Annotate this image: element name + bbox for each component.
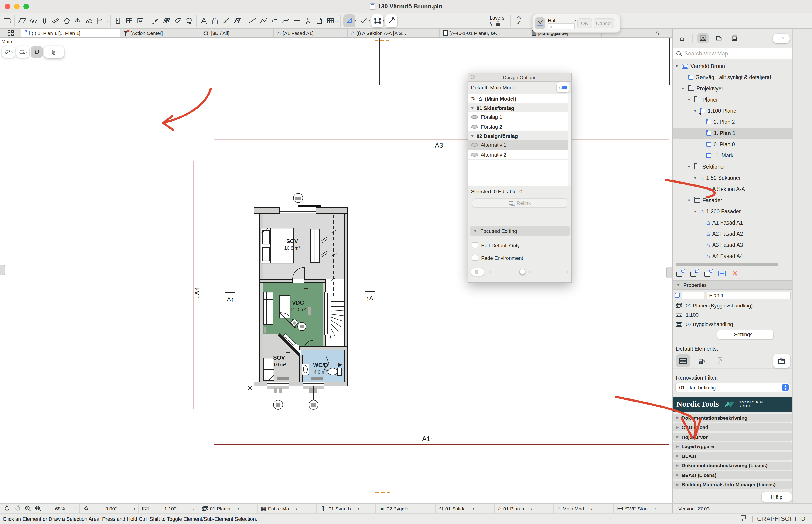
section-arrow-a-left[interactable]: A↑ [227, 296, 234, 303]
design-option-group[interactable]: ▼ 02 Designförslag [468, 132, 571, 140]
shell-tool-icon[interactable] [172, 15, 183, 27]
tree-item-fasader[interactable]: ▾Fasader [673, 195, 793, 206]
undo-icon[interactable]: ↶ [517, 21, 521, 26]
layout-row[interactable]: 02 Bygglovshandling [673, 320, 793, 329]
tab-overview-button[interactable] [0, 29, 21, 37]
chevron-down-icon[interactable]: ▾ [692, 176, 698, 180]
nordictools-item[interactable]: ▶BEAst [673, 452, 792, 460]
design-option-main-model[interactable]: ✎ ⌂ (Main Model) [468, 94, 571, 104]
tree-item-fasad-a4[interactable]: ⌂A4 Fasad A4 [673, 250, 793, 262]
collapsed-palette-handle-left[interactable] [0, 265, 5, 275]
spline-tool-icon[interactable] [280, 15, 291, 27]
text-tool-icon[interactable] [198, 15, 209, 27]
dimension-tool-icon[interactable]: 1.2 [209, 15, 220, 27]
suspend-groups-button[interactable] [535, 17, 545, 29]
tree-item-fasad-a2[interactable]: ⌂A2 Fasad A2 [673, 228, 793, 240]
chevron-down-icon[interactable]: ▾ [686, 97, 692, 102]
snap-check-button[interactable] [357, 14, 370, 27]
zoom-window-button[interactable] [23, 3, 29, 9]
eye-icon[interactable] [471, 143, 478, 147]
fade-color-button[interactable]: › [471, 268, 484, 276]
arc-tool-icon[interactable] [269, 15, 280, 27]
morph-tool-icon[interactable] [183, 15, 194, 27]
tree-item-mark[interactable]: -1. Mark [673, 150, 793, 161]
scale-control[interactable]: 1:100› [139, 504, 198, 513]
nordictools-item[interactable]: ▶Dokumentationsbeskrivning (Licens) [673, 461, 792, 469]
skylight-tool-icon[interactable] [135, 15, 146, 27]
door-tool-icon[interactable] [113, 15, 123, 27]
eye-icon[interactable] [471, 115, 478, 119]
design-option-row-selected[interactable]: Alternativ 1 [468, 140, 571, 150]
renovation-status-control[interactable]: ↻01 Solida...› [435, 504, 494, 513]
triangle-down-icon[interactable]: ▼ [471, 134, 474, 138]
eye-icon[interactable] [471, 153, 478, 157]
pen-set-control[interactable]: 01 Svart h...› [316, 504, 376, 513]
renovation-filter-control[interactable]: ⌂01 Plan b...› [494, 504, 554, 513]
search-input[interactable] [683, 50, 793, 57]
chevron-right-icon[interactable]: › [369, 18, 370, 23]
column-tool-icon[interactable] [39, 15, 50, 27]
half-value-input[interactable] [548, 23, 575, 29]
tree-item-sektioner[interactable]: ▾Sektioner [673, 161, 793, 172]
polyline-tool-icon[interactable] [258, 15, 269, 27]
view-name-field[interactable] [707, 291, 791, 299]
fit-in-window-button[interactable] [33, 505, 43, 512]
marquee-tool-icon[interactable] [2, 15, 13, 27]
tree-item-fasad-a3[interactable]: ⌂A3 Fasad A3 [673, 240, 793, 250]
transform-button[interactable] [371, 14, 384, 27]
tree-item-sektion-aa[interactable]: ⌂A Sektion A-A [673, 183, 793, 195]
design-options-tab-button[interactable]: ⌂⌄ [652, 29, 672, 37]
zoom-next-button[interactable] [13, 505, 22, 512]
hotspot-tool-icon[interactable] [291, 15, 302, 27]
settings-button[interactable]: Settings... [717, 330, 773, 339]
fill-tool-icon[interactable] [232, 15, 243, 27]
help-button[interactable]: Hjälp [762, 492, 792, 502]
chevron-down-icon[interactable]: ▾ [692, 209, 698, 214]
chevron-right-icon[interactable]: › [574, 18, 576, 22]
new-folder-button[interactable]: + [704, 271, 712, 276]
angle-dimension-tool-icon[interactable] [221, 15, 231, 27]
arrow-tool-button[interactable]: › [44, 46, 64, 58]
tree-item-plan-1-selected[interactable]: 1. Plan 1 [673, 128, 793, 139]
tree-item-projektvyer[interactable]: ▾Projektvyer [673, 83, 793, 94]
layer-combination-control[interactable]: 01 Planer...› [198, 504, 257, 513]
horizontal-scrollbar[interactable] [676, 263, 778, 266]
windows-icon[interactable] [742, 517, 748, 521]
section-marker-a1[interactable]: A1↑ [422, 435, 434, 442]
view-id-field[interactable] [682, 291, 704, 299]
publisher-button[interactable] [729, 33, 740, 43]
slider-handle[interactable] [519, 269, 525, 275]
drawing-canvas[interactable]: Main: › › › ↓A3 ↓A4 A1↑ [0, 38, 672, 503]
tab-layout-a40[interactable]: [A-40-1-01 Planer, se... [440, 29, 528, 37]
new-elements-button[interactable] [712, 355, 726, 367]
tab-3d-all[interactable]: [3D / All] [199, 29, 274, 37]
nordictools-item[interactable]: ▶CADupload [673, 423, 792, 431]
edit-default-only-checkbox[interactable] [472, 242, 478, 248]
design-option-group[interactable]: ▼ 01 Skissförslag [468, 104, 571, 112]
chevron-down-icon[interactable]: ▾ [680, 86, 686, 91]
grid-tool-icon[interactable] [325, 15, 336, 27]
renovation-filter-dropdown[interactable]: 01 Plan befintlig [675, 383, 790, 392]
properties-header[interactable]: ▼ Properties [673, 280, 793, 290]
section-arrow-a-right[interactable]: ↑A [366, 295, 373, 302]
zoom-in-button[interactable] [23, 505, 32, 512]
slab-tool-icon[interactable] [28, 15, 39, 27]
eye-icon[interactable] [471, 125, 478, 129]
tab-plan-1[interactable]: (!) 1. Plan 1 [1. Plan 1] [21, 29, 120, 37]
design-option-row[interactable]: Förslag 2 [468, 122, 571, 132]
tree-item-shortcut[interactable]: Genväg - allt synligt & detaljerat [673, 72, 793, 83]
new-view-button[interactable]: + [677, 271, 684, 276]
tree-item-1200-fasader[interactable]: ▾⌂1:200 Fasader [673, 206, 793, 217]
tree-item-1100-planer[interactable]: ▾1:100 Planer [673, 105, 793, 116]
layout-book-button[interactable] [713, 33, 725, 43]
existing-elements-button[interactable] [676, 355, 690, 367]
view-map-button[interactable] [697, 33, 709, 43]
ok-button[interactable]: OK [577, 18, 592, 29]
fade-environment-checkbox[interactable] [472, 255, 478, 261]
curtain-wall-tool-icon[interactable] [161, 15, 172, 27]
stair-tool-icon[interactable] [150, 15, 161, 27]
graphisoft-id-label[interactable]: GRAPHISOFT ID [757, 515, 806, 522]
object-tool-icon[interactable] [62, 15, 72, 27]
palette-close-icon[interactable] [471, 75, 475, 79]
tree-item-root[interactable]: ▾Värmdö Brunn [673, 61, 793, 72]
